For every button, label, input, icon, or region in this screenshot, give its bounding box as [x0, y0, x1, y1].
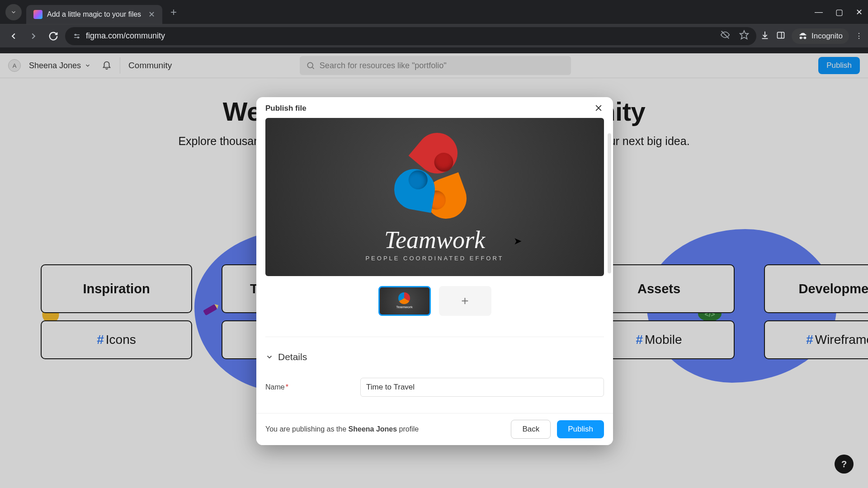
preview-logo-title: Teamwork [384, 226, 485, 254]
thumbnail-selected[interactable]: Teamwork [378, 286, 431, 316]
scrollbar[interactable] [608, 133, 611, 273]
publish-file-modal: Publish file Teamwork PEOPLE COORDINATED… [256, 97, 613, 445]
reload-icon[interactable] [45, 28, 61, 44]
back-icon[interactable] [5, 28, 22, 44]
svg-rect-7 [778, 32, 784, 38]
incognito-icon [798, 31, 808, 41]
url-text: figma.com/community [86, 31, 165, 41]
tab-title: Add a little magic to your files [47, 10, 141, 19]
sidepanel-icon[interactable] [776, 31, 785, 42]
back-button[interactable]: Back [511, 420, 551, 439]
close-window-icon[interactable]: ✕ [856, 7, 863, 17]
incognito-label: Incognito [811, 32, 843, 41]
incognito-chip[interactable]: Incognito [792, 28, 849, 44]
search-tabs-icon[interactable] [5, 4, 22, 20]
figma-favicon-icon [33, 10, 42, 19]
preview-logo-subtitle: PEOPLE COORDINATED EFFORT [365, 255, 504, 262]
site-info-icon[interactable] [72, 32, 81, 41]
bookmark-star-icon[interactable] [739, 30, 749, 42]
svg-marker-5 [740, 31, 748, 39]
close-tab-icon[interactable]: ✕ [148, 9, 155, 19]
close-icon[interactable] [594, 103, 604, 113]
minimize-icon[interactable]: — [815, 7, 823, 17]
svg-point-2 [75, 34, 76, 35]
teamwork-logo-icon [390, 133, 480, 223]
publishing-as-text: You are publishing as the Sheena Jones p… [265, 425, 419, 433]
publish-button[interactable]: Publish [557, 420, 604, 438]
browser-tab[interactable]: Add a little magic to your files ✕ [26, 5, 162, 24]
hide-eye-icon[interactable] [720, 30, 730, 42]
cursor-icon: ➤ [514, 235, 522, 247]
modal-title: Publish file [265, 104, 307, 113]
add-thumbnail-button[interactable]: + [439, 286, 491, 316]
maximize-icon[interactable]: ▢ [835, 7, 843, 17]
preview-image: Teamwork PEOPLE COORDINATED EFFORT ➤ [265, 118, 604, 276]
details-label: Details [278, 352, 307, 362]
chevron-down-icon [265, 353, 274, 361]
name-field-label: Name* [265, 383, 351, 391]
forward-icon [25, 28, 42, 44]
browser-menu-icon[interactable]: ⋮ [855, 32, 863, 40]
details-section-toggle[interactable]: Details [265, 337, 604, 362]
address-bar[interactable]: figma.com/community [65, 27, 756, 45]
new-tab-button[interactable]: + [170, 6, 177, 19]
svg-point-3 [78, 37, 79, 38]
name-field[interactable] [360, 378, 604, 397]
downloads-icon[interactable] [760, 30, 770, 42]
